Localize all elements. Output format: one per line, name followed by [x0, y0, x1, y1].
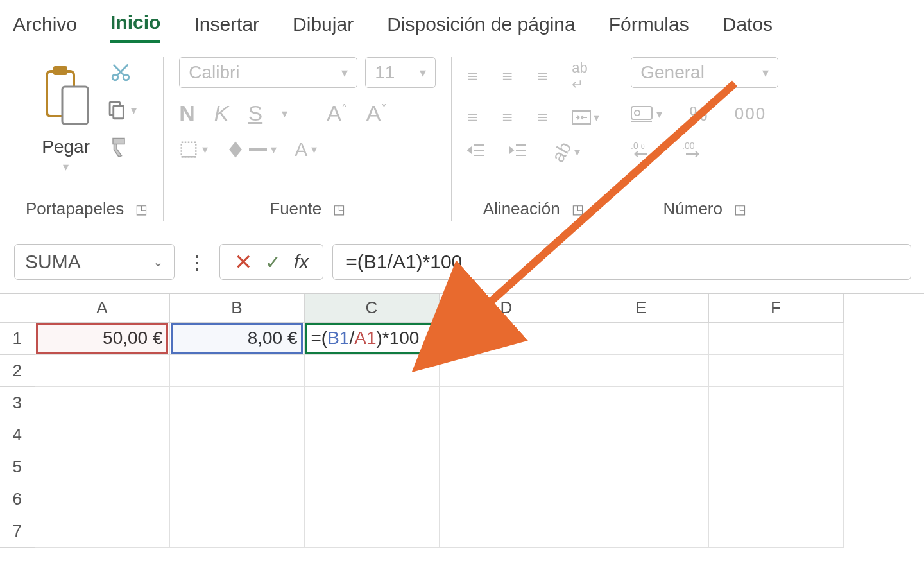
align-right-icon[interactable]: ≡	[537, 107, 547, 128]
svg-point-4	[123, 74, 129, 80]
font-dialog-launcher-icon[interactable]: ◳	[333, 202, 345, 217]
col-header-b[interactable]: B	[169, 294, 304, 322]
svg-rect-1	[53, 66, 67, 75]
grow-font-button[interactable]: A˄	[327, 101, 347, 126]
font-size-combo[interactable]: 11▾	[365, 57, 436, 88]
increase-indent-icon[interactable]	[509, 142, 527, 162]
svg-rect-7	[182, 142, 196, 157]
tab-home[interactable]: Inicio	[110, 12, 160, 43]
group-label-number: Número	[663, 199, 723, 219]
tab-data[interactable]: Datos	[723, 13, 773, 42]
name-box[interactable]: SUMA⌄	[14, 244, 175, 280]
align-left-icon[interactable]: ≡	[467, 107, 477, 128]
formula-bar-row: SUMA⌄ ⋮ ✕ ✓ fx =(B1/A1)*100	[0, 227, 924, 294]
row-header-3[interactable]: 3	[0, 386, 35, 419]
row-header-1[interactable]: 1	[0, 322, 35, 354]
svg-point-3	[112, 74, 118, 80]
group-clipboard: Pegar ▾ ▾ Portapapeles ◳	[26, 57, 164, 221]
ribbon-tabs: Archivo Inicio Insertar Dibujar Disposic…	[0, 0, 924, 51]
tab-page-layout[interactable]: Disposición de página	[387, 13, 576, 42]
group-font: Calibri▾ 11▾ N K S ▾ A˄ A˅ ▾	[164, 57, 452, 221]
orientation-icon[interactable]: ab▾	[552, 142, 580, 162]
row-header-2[interactable]: 2	[0, 354, 35, 386]
row-header-7[interactable]: 7	[0, 515, 35, 547]
group-label-font: Fuente	[270, 199, 321, 219]
col-header-e[interactable]: E	[574, 294, 708, 322]
font-name-combo[interactable]: Calibri▾	[179, 57, 357, 88]
group-alignment: ≡ ≡ ≡ ab↵ ≡ ≡ ≡ ▾ ab▾ Alineaci	[452, 57, 615, 221]
copy-icon[interactable]: ▾	[105, 99, 137, 121]
align-top-icon[interactable]: ≡	[467, 66, 477, 87]
align-bottom-icon[interactable]: ≡	[537, 66, 547, 87]
cell-a1[interactable]: 50,00 €	[35, 322, 169, 354]
borders-button[interactable]: ▾	[179, 140, 208, 159]
paste-label[interactable]: Pegar	[42, 137, 90, 157]
cell-d1[interactable]	[439, 322, 574, 354]
number-dialog-launcher-icon[interactable]: ◳	[734, 202, 746, 217]
comma-style-button[interactable]: 000	[735, 104, 766, 124]
svg-rect-2	[62, 87, 88, 124]
row-header-4[interactable]: 4	[0, 419, 35, 451]
underline-dropdown-icon[interactable]: ▾	[282, 107, 287, 121]
number-format-combo[interactable]: General▾	[631, 57, 778, 88]
col-header-f[interactable]: F	[708, 294, 843, 322]
col-header-c[interactable]: C	[304, 294, 439, 322]
underline-button[interactable]: S	[248, 101, 262, 126]
paste-icon[interactable]	[37, 57, 95, 134]
decrease-indent-icon[interactable]	[467, 142, 485, 162]
format-painter-icon[interactable]	[109, 135, 132, 161]
col-header-a[interactable]: A	[35, 294, 169, 322]
group-number: General▾ ▾ % 000 .00 .00 Número ◳	[615, 57, 794, 221]
clipboard-dialog-launcher-icon[interactable]: ◳	[135, 202, 148, 217]
row-header-6[interactable]: 6	[0, 483, 35, 515]
row-header-5[interactable]: 5	[0, 451, 35, 483]
svg-point-10	[635, 110, 640, 116]
wrap-text-icon[interactable]: ab↵	[572, 60, 587, 93]
formula-bar-input[interactable]: =(B1/A1)*100	[332, 244, 911, 280]
accounting-format-icon[interactable]: ▾	[631, 106, 662, 123]
align-middle-icon[interactable]: ≡	[502, 66, 513, 87]
align-dialog-launcher-icon[interactable]: ◳	[572, 202, 584, 217]
group-label-clipboard: Portapapeles	[26, 199, 124, 219]
cell-c1[interactable]: =(B1/A1)*100	[304, 322, 439, 354]
cancel-formula-icon[interactable]: ✕	[234, 249, 252, 275]
group-label-align: Alineación	[483, 199, 560, 219]
svg-text:.00: .00	[682, 141, 695, 151]
insert-function-icon[interactable]: fx	[294, 251, 309, 273]
cell-e1[interactable]	[574, 322, 708, 354]
tab-formulas[interactable]: Fórmulas	[609, 13, 689, 42]
bold-button[interactable]: N	[179, 101, 195, 126]
cell-f1[interactable]	[708, 322, 843, 354]
col-header-d[interactable]: D	[439, 294, 574, 322]
increase-decimal-icon[interactable]: .00	[631, 140, 656, 163]
svg-text:0: 0	[641, 143, 645, 150]
shrink-font-button[interactable]: A˅	[366, 101, 387, 126]
tab-file[interactable]: Archivo	[13, 13, 77, 42]
cut-icon[interactable]	[110, 61, 132, 85]
svg-text:.0: .0	[631, 141, 638, 151]
svg-rect-6	[113, 106, 123, 119]
ribbon: Pegar ▾ ▾ Portapapeles ◳ Calibri▾	[0, 51, 924, 227]
decrease-decimal-icon[interactable]: .00	[682, 140, 708, 163]
select-all-corner[interactable]	[0, 294, 35, 322]
fill-color-button[interactable]: ▾	[226, 140, 277, 159]
align-center-icon[interactable]: ≡	[502, 107, 513, 128]
tab-insert[interactable]: Insertar	[194, 13, 259, 42]
percent-button[interactable]: %	[689, 102, 707, 126]
cell-b1[interactable]: 8,00 €	[169, 322, 304, 354]
tab-draw[interactable]: Dibujar	[293, 13, 354, 42]
font-color-button[interactable]: A▾	[295, 139, 317, 160]
merge-cells-icon[interactable]: ▾	[572, 110, 599, 125]
italic-button[interactable]: K	[214, 101, 229, 126]
spreadsheet-grid[interactable]: A B C D E F 1 50,00 € 8,00 € =(B1/A1)*10…	[0, 294, 924, 561]
formula-bar-options-icon[interactable]: ⋮	[184, 251, 210, 273]
divider	[307, 101, 307, 126]
enter-formula-icon[interactable]: ✓	[265, 251, 281, 273]
paste-dropdown-icon[interactable]: ▾	[63, 160, 69, 174]
